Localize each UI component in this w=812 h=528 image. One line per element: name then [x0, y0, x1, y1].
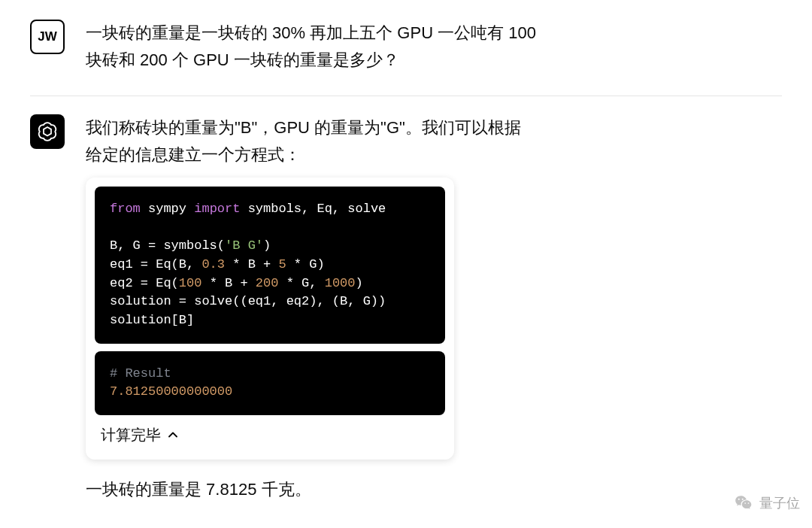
assistant-answer: 一块砖的重量是 7.8125 千克。	[86, 476, 782, 503]
openai-icon	[36, 120, 59, 143]
obscured-text-2: ）和 GPU	[537, 358, 611, 384]
assistant-message: 我们称砖块的重量为"B"，GPU 的重量为"G"。我们可以根据给定的信息建立一个…	[30, 114, 782, 504]
obscured-text-1: 重量等于 1	[537, 244, 617, 270]
user-message: JW 一块砖的重量是一块砖的 30% 再加上五个 GPU 一公吨有 100 块砖…	[30, 20, 782, 74]
message-divider	[30, 96, 782, 96]
code-block-source: from sympy import symbols, Eq, solve B, …	[95, 187, 445, 343]
chevron-up-icon	[168, 432, 177, 438]
assistant-intro-text: 我们称砖块的重量为"B"，GPU 的重量为"G"。我们可以根据给定的信息建立一个…	[86, 114, 537, 169]
calc-done-toggle[interactable]: 计算完毕	[86, 423, 454, 448]
calc-done-label: 计算完毕	[101, 423, 161, 448]
code-result-card: from sympy import symbols, Eq, solve B, …	[86, 178, 454, 460]
wechat-icon	[734, 493, 753, 513]
user-text: 一块砖的重量是一块砖的 30% 再加上五个 GPU 一公吨有 100 块砖和 2…	[86, 20, 537, 74]
user-avatar-initials: JW	[38, 29, 57, 44]
user-avatar: JW	[30, 20, 65, 54]
watermark: 量子位	[734, 493, 800, 513]
assistant-avatar	[30, 114, 65, 149]
watermark-label: 量子位	[759, 494, 800, 512]
code-block-result: # Result 7.81250000000000	[95, 351, 445, 415]
